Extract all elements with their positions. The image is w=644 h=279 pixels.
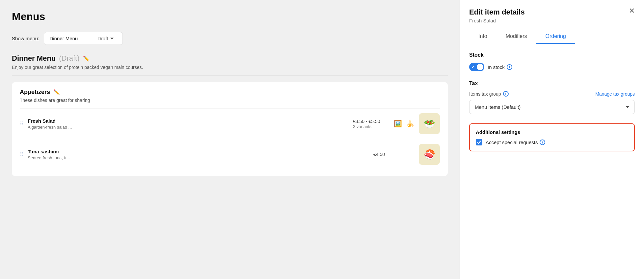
- menu-selector-name: Dinner Menu: [49, 36, 78, 41]
- chevron-down-icon: [626, 106, 629, 108]
- tax-section: Tax Items tax group i Manage tax groups …: [469, 80, 635, 114]
- item-icons: 🖼️ 🍌: [394, 120, 414, 128]
- item-info: Tuna sashimi Seared fresh tuna, fr...: [28, 149, 369, 160]
- close-button[interactable]: ✕: [629, 7, 635, 15]
- stock-row: ✓ In stock i: [469, 63, 635, 71]
- drag-handle-icon[interactable]: ⠿: [20, 121, 23, 127]
- tax-info-icon[interactable]: i: [503, 91, 509, 97]
- item-desc: A garden-fresh salad ...: [28, 125, 348, 130]
- tab-modifiers[interactable]: Modifiers: [496, 29, 536, 44]
- table-row: ⠿ Fresh Salad A garden-fresh salad ... €…: [20, 108, 440, 139]
- table-row: ⠿ Tuna sashimi Seared fresh tuna, fr... …: [20, 139, 440, 170]
- item-name: Tuna sashimi: [28, 149, 369, 154]
- panel-title: Edit item details: [469, 8, 635, 16]
- tab-info[interactable]: Info: [469, 29, 496, 44]
- draft-label: (Draft): [59, 54, 79, 63]
- in-stock-info-icon[interactable]: i: [507, 64, 512, 70]
- item-price: €4.50: [373, 152, 410, 157]
- edit-category-icon[interactable]: ✏️: [53, 89, 60, 95]
- menu-selector-status: Draft: [97, 36, 114, 41]
- in-stock-toggle[interactable]: ✓: [469, 63, 484, 71]
- tax-group-dropdown[interactable]: Menu items (Default): [469, 100, 635, 114]
- allergen-icon: 🍌: [406, 120, 414, 128]
- checkmark-icon: [477, 140, 481, 144]
- accept-special-requests-row: Accept special requests i: [476, 139, 628, 145]
- toggle-check-icon: ✓: [471, 65, 475, 70]
- in-stock-label: In stock i: [488, 64, 512, 70]
- no-image-icon: 🖼️: [394, 120, 402, 128]
- accept-special-requests-label: Accept special requests i: [486, 140, 545, 145]
- stock-section-label: Stock: [469, 52, 635, 58]
- edit-menu-icon[interactable]: ✏️: [83, 55, 90, 62]
- chevron-down-icon: [110, 38, 114, 40]
- item-name: Fresh Salad: [28, 118, 348, 124]
- category-title: Appetizers: [20, 89, 50, 96]
- show-menu-label: Show menu:: [12, 36, 39, 41]
- tax-group-dropdown-value: Menu items (Default): [475, 104, 521, 110]
- item-info: Fresh Salad A garden-fresh salad ...: [28, 118, 348, 130]
- panel-body: Stock ✓ In stock i Tax Items tax group i…: [460, 44, 644, 279]
- menu-section-title: Dinner Menu (Draft) ✏️: [12, 54, 448, 63]
- tax-group-label: Items tax group i: [469, 91, 509, 97]
- panel-header: ✕ Edit item details Fresh Salad Info Mod…: [460, 0, 644, 44]
- item-price-block: €3.50 - €5.50 2 variants: [353, 119, 389, 129]
- page-title: Menus: [12, 11, 448, 23]
- right-panel: ✕ Edit item details Fresh Salad Info Mod…: [460, 0, 644, 279]
- accept-special-requests-checkbox[interactable]: [476, 139, 482, 145]
- category-card: Appetizers ✏️ These dishes are great for…: [12, 82, 448, 176]
- menu-selector[interactable]: Dinner Menu Draft: [44, 32, 123, 45]
- category-description: These dishes are great for sharing: [20, 98, 440, 103]
- category-header: Appetizers ✏️: [20, 89, 440, 96]
- item-desc: Seared fresh tuna, fr...: [28, 155, 369, 160]
- drag-handle-icon[interactable]: ⠿: [20, 151, 23, 158]
- tax-header-row: Items tax group i Manage tax groups: [469, 91, 635, 97]
- item-price: €3.50 - €5.50: [353, 119, 389, 124]
- item-variants: 2 variants: [353, 124, 389, 129]
- additional-settings-card: Additional settings Accept special reque…: [469, 123, 635, 151]
- show-menu-row: Show menu: Dinner Menu Draft: [12, 32, 448, 45]
- additional-settings-title: Additional settings: [476, 129, 628, 135]
- left-panel: Menus Show menu: Dinner Menu Draft Dinne…: [0, 0, 460, 279]
- special-requests-info-icon[interactable]: i: [540, 140, 545, 145]
- item-image: 🥗: [419, 113, 440, 134]
- tab-ordering[interactable]: Ordering: [536, 29, 575, 44]
- tax-section-label: Tax: [469, 80, 635, 86]
- item-price-block: €4.50: [373, 152, 410, 157]
- menu-section-header: Dinner Menu (Draft) ✏️ Enjoy our great s…: [12, 54, 448, 76]
- panel-tabs: Info Modifiers Ordering: [469, 29, 635, 44]
- item-image: 🍣: [419, 144, 440, 165]
- menu-description: Enjoy our great selection of protein pac…: [12, 65, 448, 70]
- panel-subtitle: Fresh Salad: [469, 18, 635, 23]
- manage-tax-groups-link[interactable]: Manage tax groups: [595, 91, 635, 97]
